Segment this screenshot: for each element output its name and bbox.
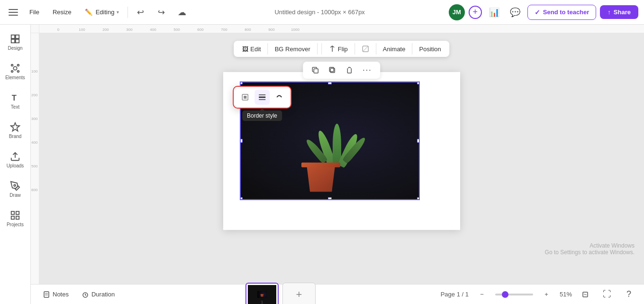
windows-watermark: Activate Windows Go to Settings to activ… (545, 242, 635, 256)
svg-rect-2 (11, 39, 15, 43)
grid-icon (10, 34, 20, 44)
sidebar-item-design[interactable]: Design (1, 28, 29, 56)
add-collaborator-button[interactable]: + (469, 6, 482, 19)
edit-button[interactable]: 🖼 Edit (237, 43, 265, 55)
chat-button[interactable]: 💬 (507, 4, 524, 21)
transparency-button[interactable] (357, 43, 374, 55)
share-button[interactable]: ↑ Share (600, 5, 638, 19)
main-toolbar: 🖼 Edit BG Remover (234, 41, 449, 57)
svg-point-6 (18, 64, 19, 66)
fullscreen-button[interactable]: ⛶ (599, 286, 616, 303)
bottom-right: Page 1 / 1 − + 51% ⛶ ? (441, 286, 637, 303)
sidebar-item-elements[interactable]: Elements (1, 58, 29, 85)
canvas-body: 100 200 300 400 500 600 🖼 Edit BG Remove… (31, 33, 644, 284)
svg-rect-14 (16, 212, 19, 214)
position-button[interactable]: Position (414, 43, 445, 55)
svg-rect-0 (11, 35, 15, 38)
sidebar-item-projects[interactable]: Projects (1, 205, 29, 232)
border-rounded-icon (275, 93, 283, 101)
notes-icon (43, 291, 50, 298)
send-icon: ✓ (535, 9, 540, 16)
copy-icon (311, 66, 319, 74)
file-button[interactable]: File (25, 6, 44, 18)
svg-text:T: T (12, 93, 17, 102)
toolbar-divider-1 (268, 43, 268, 55)
resize-button[interactable]: Resize (48, 6, 76, 18)
sidebar-item-uploads[interactable]: Uploads (1, 146, 29, 174)
svg-rect-1 (16, 35, 19, 38)
handle-top-center[interactable] (328, 81, 332, 84)
toolbar-divider-3 (321, 43, 322, 55)
handle-bottom-right[interactable] (417, 197, 420, 200)
copy-button[interactable] (307, 64, 324, 76)
text-icon: T (10, 92, 20, 103)
topbar-title: Untitled design - 1000px × 667px (194, 9, 444, 16)
draw-icon (10, 181, 20, 191)
sidebar-item-draw[interactable]: Draw (1, 175, 29, 203)
bg-remover-button[interactable]: BG Remover (270, 43, 315, 55)
transparency-icon (362, 45, 369, 53)
main-layout: Design Elements T Text Brand (0, 25, 644, 304)
add-page-button[interactable]: + (282, 283, 316, 304)
svg-point-12 (14, 184, 16, 186)
svg-rect-18 (244, 96, 246, 99)
secondary-toolbar: ··· (303, 62, 380, 79)
duration-icon (82, 291, 89, 298)
handle-bottom-center[interactable] (328, 197, 332, 200)
help-button[interactable]: ? (620, 286, 637, 303)
canvas-area[interactable]: 🖼 Edit BG Remover (39, 33, 644, 284)
handle-top-right[interactable] (417, 81, 420, 84)
pot-rim (301, 163, 340, 167)
cloud-save-button[interactable]: ☁ (173, 4, 190, 21)
ruler-vertical: 100 200 300 400 500 600 (31, 33, 39, 284)
svg-point-5 (11, 64, 13, 66)
zoom-out-button[interactable]: − (473, 286, 490, 303)
editing-button[interactable]: ✏️ Editing ▾ (80, 6, 124, 18)
border-style-tooltip: Border style (242, 111, 282, 121)
border-solid-button[interactable] (254, 90, 270, 105)
border-rounded-button[interactable] (272, 90, 287, 105)
duration-button[interactable]: Duration (76, 288, 120, 300)
pot (304, 165, 338, 192)
topbar-right: JM + 📊 💬 ✓ Send to teacher ↑ Share (449, 4, 638, 21)
bottom-bar: Notes Duration (31, 284, 644, 304)
handle-bottom-left[interactable] (240, 197, 243, 200)
svg-rect-13 (11, 212, 14, 214)
border-solid-icon (258, 93, 266, 101)
pencil-icon: ✏️ (85, 9, 92, 16)
more-icon: ··· (363, 66, 372, 74)
brand-icon (10, 122, 20, 132)
analytics-button[interactable]: 📊 (486, 4, 503, 21)
delete-button[interactable] (341, 64, 358, 76)
toolbar-divider-5 (376, 43, 376, 55)
handle-middle-right[interactable] (417, 138, 420, 142)
flip-button[interactable]: Flip (324, 43, 353, 55)
zoom-slider[interactable] (495, 294, 533, 295)
border-color-button[interactable] (237, 90, 253, 105)
handle-middle-left[interactable] (240, 138, 243, 142)
undo-button[interactable]: ↩ (132, 4, 149, 21)
elements-icon (10, 63, 20, 74)
duplicate-button[interactable] (324, 64, 341, 76)
notes-button[interactable]: Notes (37, 288, 74, 300)
toolbar-divider-6 (412, 43, 412, 55)
chevron-down-icon: ▾ (117, 9, 119, 15)
handle-top-left[interactable] (240, 81, 243, 84)
toolbar-divider-4 (354, 43, 355, 55)
svg-rect-26 (44, 292, 49, 297)
animate-button[interactable]: Animate (378, 43, 410, 55)
hamburger-menu-icon[interactable] (6, 5, 21, 20)
sidebar-item-text[interactable]: T Text (1, 87, 29, 115)
more-options-button[interactable]: ··· (358, 64, 376, 77)
fit-screen-button[interactable] (577, 286, 594, 303)
zoom-in-button[interactable]: + (538, 286, 555, 303)
avatar[interactable]: JM (449, 4, 465, 20)
send-to-teacher-button[interactable]: ✓ Send to teacher (527, 5, 597, 20)
border-style-popup: Border style (233, 86, 291, 109)
canvas-wrapper: 0 100 200 300 400 500 600 700 800 900 10… (31, 25, 644, 304)
svg-point-7 (11, 71, 13, 73)
flip-icon (328, 45, 336, 53)
redo-button[interactable]: ↪ (153, 4, 170, 21)
sidebar-item-brand[interactable]: Brand (1, 117, 29, 144)
page-thumbnail-1[interactable]: 1 (245, 283, 279, 304)
